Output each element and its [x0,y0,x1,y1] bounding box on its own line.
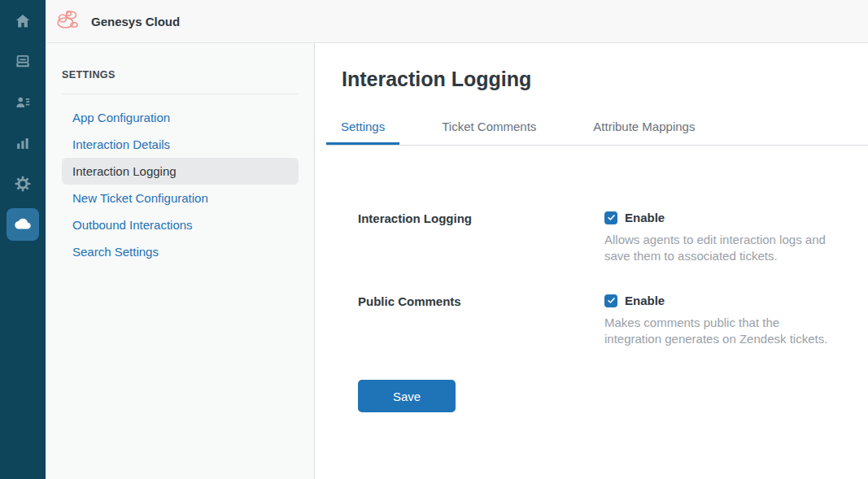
field-control: Enable Allows agents to edit interaction… [604,211,832,264]
enable-checkbox-row-interaction-logging[interactable]: Enable [604,211,832,224]
checkbox-label[interactable]: Enable [625,294,665,307]
sidebar-heading: SETTINGS [62,69,299,81]
settings-form: Interaction Logging Enable Allows agents… [358,211,868,412]
sidebar-item-search-settings[interactable]: Search Settings [62,238,299,265]
settings-sidebar: SETTINGS App Configuration Interaction D… [46,43,315,479]
sidebar-item-interaction-logging[interactable]: Interaction Logging [62,158,299,185]
admin-gear-icon[interactable] [7,168,39,200]
form-row-interaction-logging: Interaction Logging Enable Allows agents… [358,211,868,264]
app-frame: Genesys Cloud SETTINGS App Configuration… [46,0,868,479]
field-control: Enable Makes comments public that the in… [604,294,832,347]
tab-bar: Settings Ticket Comments Attribute Mappi… [326,111,868,146]
sidebar-item-app-configuration[interactable]: App Configuration [62,104,299,131]
sidebar-nav: App Configuration Interaction Details In… [62,104,299,265]
sidebar-item-outbound-interactions[interactable]: Outbound Interactions [62,211,299,238]
page-title: Interaction Logging [342,67,868,91]
tab-attribute-mappings[interactable]: Attribute Mappings [578,111,709,145]
checkbox-label[interactable]: Enable [625,211,665,224]
enable-checkbox-row-public-comments[interactable]: Enable [604,294,832,307]
checkbox-checked-icon[interactable] [604,211,617,224]
tickets-icon[interactable] [7,46,39,78]
product-rail [0,0,46,479]
main-panel: Interaction Logging Settings Ticket Comm… [315,43,868,479]
brand-title: Genesys Cloud [91,15,180,28]
home-icon[interactable] [7,5,39,37]
save-button[interactable]: Save [358,380,456,412]
sidebar-item-interaction-details[interactable]: Interaction Details [62,131,299,158]
field-description: Makes comments public that the integrati… [604,315,832,347]
sidebar-item-new-ticket-configuration[interactable]: New Ticket Configuration [62,185,299,211]
genesys-logo-icon [54,7,81,35]
tab-ticket-comments[interactable]: Ticket Comments [427,111,551,145]
field-label-public-comments: Public Comments [358,294,604,347]
field-description: Allows agents to edit interaction logs a… [604,232,832,264]
cloud-app-icon[interactable] [7,208,39,241]
topbar: Genesys Cloud [46,0,868,43]
sidebar-divider [62,94,299,94]
tab-settings[interactable]: Settings [326,111,399,145]
checkbox-checked-icon[interactable] [604,294,617,307]
reports-icon[interactable] [7,127,39,159]
customers-icon[interactable] [7,86,39,119]
form-row-public-comments: Public Comments Enable Makes comments pu… [358,294,868,347]
field-label-interaction-logging: Interaction Logging [358,211,604,264]
